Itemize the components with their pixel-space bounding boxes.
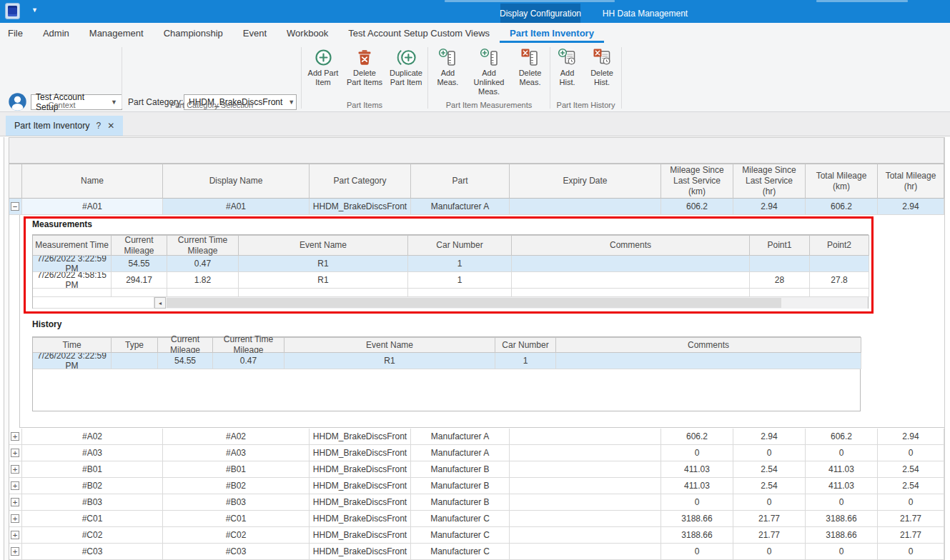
duplicate-part-item-button[interactable]: Duplicate Part Item bbox=[385, 46, 427, 89]
table-row[interactable] bbox=[9, 445, 944, 461]
column-header-total-mileage-hr-[interactable]: Total Mileage (hr) bbox=[878, 164, 944, 199]
column-header-car-number[interactable]: Car Number bbox=[495, 337, 556, 353]
column-header-mileage-since-last-service-km-[interactable]: Mileage Since Last Service (km) bbox=[661, 164, 733, 199]
column-header-expiry-date[interactable]: Expiry Date bbox=[510, 164, 661, 199]
column-header-current-time-mileage[interactable]: Current Time Mileage bbox=[167, 235, 239, 256]
add-unlinked-measurement-icon bbox=[478, 47, 500, 67]
tab-close-icon[interactable]: ✕ bbox=[107, 121, 114, 131]
column-header-event-name[interactable]: Event Name bbox=[239, 235, 408, 256]
column-header-display-name[interactable]: Display Name bbox=[163, 164, 310, 199]
history-grid: TimeTypeCurrent MileageCurrent Time Mile… bbox=[32, 336, 861, 411]
clipped-window-title bbox=[445, 0, 615, 2]
column-header-current-mileage[interactable]: Current Mileage bbox=[158, 337, 213, 353]
add-circle-icon bbox=[312, 47, 334, 67]
tab-help-icon[interactable]: ? bbox=[97, 121, 102, 131]
menu-tab-event[interactable]: Event bbox=[233, 23, 277, 43]
button-label: Add Meas. bbox=[430, 69, 465, 87]
menu-tab-file[interactable]: File bbox=[0, 23, 33, 43]
new-row-cell[interactable] bbox=[33, 297, 154, 309]
menu-tab-part-item-inventory[interactable]: Part Item Inventory bbox=[500, 23, 604, 43]
column-header-point-[interactable]: Point1 bbox=[750, 235, 810, 256]
table-row[interactable] bbox=[33, 256, 869, 272]
clipped-row-cell bbox=[512, 289, 750, 297]
measurements-hscroll-row: ◂ bbox=[33, 297, 868, 309]
column-header-current-time-mileage[interactable]: Current Time Mileage bbox=[213, 337, 284, 353]
column-header-point-[interactable]: Point2 bbox=[810, 235, 869, 256]
menu-tab-test-account-setup-custom-views[interactable]: Test Account Setup Custom Views bbox=[338, 23, 500, 43]
ribbon-group-separator bbox=[122, 47, 122, 109]
column-header-mileage-since-last-service-hr-[interactable]: Mileage Since Last Service (hr) bbox=[733, 164, 806, 199]
ribbon-group-separator bbox=[550, 47, 550, 109]
detail-panel-border bbox=[19, 215, 20, 427]
clipped-row-cell bbox=[33, 289, 112, 297]
menu-tab-management[interactable]: Management bbox=[79, 23, 154, 43]
table-row[interactable] bbox=[9, 478, 944, 494]
app-icon[interactable] bbox=[5, 3, 20, 19]
scroll-left-arrow-icon[interactable]: ◂ bbox=[154, 297, 166, 309]
clipped-row-cell bbox=[810, 289, 869, 297]
ribbon-group-separator bbox=[621, 47, 622, 109]
button-label: Delete Part Items bbox=[345, 69, 384, 87]
menu-tab-workbook[interactable]: Workbook bbox=[277, 23, 338, 43]
clipped-row-cell bbox=[239, 289, 408, 297]
add-part-item-button[interactable]: Add Part Item bbox=[302, 46, 344, 89]
grid-border bbox=[944, 137, 945, 560]
ribbon-group-part-item-measurements: Add Meas.Add Unlinked Meas.Delete Meas. … bbox=[429, 43, 549, 111]
table-row[interactable] bbox=[9, 199, 944, 215]
document-tab-part-item-inventory[interactable]: Part Item Inventory ? ✕ bbox=[6, 116, 123, 136]
history-section-label: History bbox=[32, 319, 61, 329]
table-row[interactable] bbox=[9, 494, 944, 511]
table-row[interactable] bbox=[33, 353, 861, 369]
header-corner-cell bbox=[9, 164, 22, 199]
contextual-tab-hh-data-management[interactable]: HH Data Management bbox=[586, 4, 704, 23]
ribbon-tab-bar: FileAdminManagementChampionshipEventWork… bbox=[0, 23, 950, 43]
application-window: ▼ Display Configuration HH Data Manageme… bbox=[0, 0, 950, 560]
document-tab-title: Part Item Inventory bbox=[14, 121, 90, 131]
ribbon: Test Account Setup ▼ Context Part Catego… bbox=[0, 43, 950, 112]
quick-access-caret-icon[interactable]: ▼ bbox=[31, 6, 38, 14]
add-hist--button[interactable]: Add Hist. bbox=[551, 46, 583, 89]
column-header-time[interactable]: Time bbox=[33, 337, 112, 353]
delete-meas--button[interactable]: Delete Meas. bbox=[511, 46, 549, 89]
add-meas--button[interactable]: Add Meas. bbox=[429, 46, 467, 89]
group-label-part-items: Part Items bbox=[302, 101, 427, 109]
row-indicator-strip bbox=[4, 137, 9, 560]
part-item-inventory-view: NameDisplay NamePart CategoryPartExpiry … bbox=[0, 136, 950, 560]
measurements-section-label: Measurements bbox=[32, 219, 92, 229]
column-header-total-mileage-km-[interactable]: Total Mileage (km) bbox=[806, 164, 878, 199]
column-header-comments[interactable]: Comments bbox=[512, 235, 750, 256]
table-row[interactable] bbox=[9, 511, 944, 527]
table-row[interactable] bbox=[33, 272, 869, 289]
table-row[interactable] bbox=[9, 544, 944, 560]
button-label: Add Part Item bbox=[304, 69, 342, 87]
delete-hist--button[interactable]: Delete Hist. bbox=[583, 46, 620, 89]
ribbon-group-part-item-history: Add Hist.Delete Hist. Part Item History bbox=[551, 43, 620, 111]
delete-part-items-button[interactable]: Delete Part Items bbox=[344, 46, 385, 89]
hscrollbar-thumb[interactable] bbox=[167, 298, 781, 308]
column-header-car-number[interactable]: Car Number bbox=[408, 235, 512, 256]
column-header-current-mileage[interactable]: Current Mileage bbox=[112, 235, 167, 256]
column-header-type[interactable]: Type bbox=[112, 337, 158, 353]
ribbon-group-context: Test Account Setup ▼ Context bbox=[4, 43, 120, 111]
column-header-part-category[interactable]: Part Category bbox=[310, 164, 411, 199]
button-label: Delete Hist. bbox=[585, 69, 619, 87]
group-label-part-category-selection: Part Category Selection bbox=[124, 101, 300, 109]
column-header-measurement-time[interactable]: Measurement Time bbox=[33, 235, 112, 256]
table-row[interactable] bbox=[9, 461, 944, 478]
group-label-part-item-history: Part Item History bbox=[551, 101, 620, 109]
table-row[interactable] bbox=[9, 429, 944, 445]
menu-tab-championship[interactable]: Championship bbox=[154, 23, 233, 43]
delete-trash-icon bbox=[354, 47, 375, 67]
menu-tab-admin[interactable]: Admin bbox=[33, 23, 79, 43]
clipped-row-cell bbox=[167, 289, 239, 297]
ribbon-group-separator bbox=[427, 47, 428, 109]
table-row[interactable] bbox=[9, 527, 944, 544]
column-header-comments[interactable]: Comments bbox=[556, 337, 861, 353]
contextual-tab-display-configuration[interactable]: Display Configuration bbox=[500, 4, 580, 23]
column-header-event-name[interactable]: Event Name bbox=[284, 337, 495, 353]
button-label: Add Hist. bbox=[553, 69, 582, 87]
add-unlinked-meas--button[interactable]: Add Unlinked Meas. bbox=[467, 46, 511, 99]
column-header-part[interactable]: Part bbox=[411, 164, 510, 199]
button-label: Add Unlinked Meas. bbox=[468, 69, 510, 97]
column-header-name[interactable]: Name bbox=[22, 164, 163, 199]
